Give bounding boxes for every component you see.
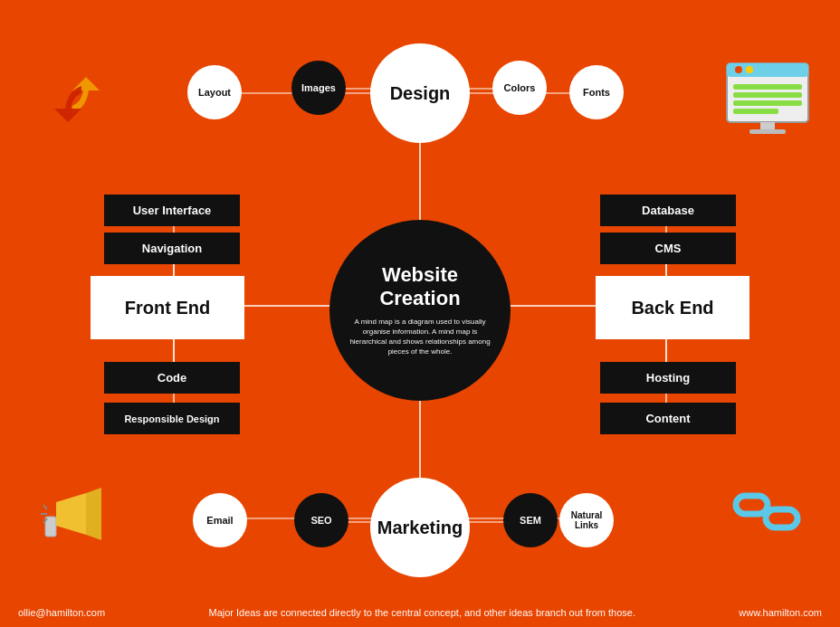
svg-line-34 <box>43 505 47 509</box>
svg-marker-32 <box>56 493 86 535</box>
central-node: Website Creation A mind map is a diagram… <box>329 220 511 401</box>
svg-rect-37 <box>736 496 768 514</box>
layout-node: Layout <box>187 65 242 119</box>
content-box: Content <box>600 403 736 434</box>
images-node: Images <box>291 61 346 115</box>
central-description: A mind map is a diagram used to visually… <box>348 317 492 357</box>
database-box: Database <box>600 195 736 226</box>
navigation-box: Navigation <box>104 233 240 264</box>
svg-rect-29 <box>760 122 775 129</box>
footer: ollie@hamilton.com Major Ideas are conne… <box>0 607 840 618</box>
user-interface-box: User Interface <box>104 195 240 226</box>
back-end-box: Back End <box>596 276 749 339</box>
code-box: Code <box>104 362 240 394</box>
svg-rect-26 <box>733 92 802 98</box>
responsible-design-box: Responsible Design <box>104 403 240 434</box>
design-node: Design <box>370 43 470 143</box>
chain-link-icon <box>731 482 804 546</box>
svg-point-23 <box>735 66 742 73</box>
svg-point-24 <box>746 66 753 73</box>
email-node: Email <box>193 493 247 547</box>
design-label: Design <box>390 83 451 104</box>
seo-node: SEO <box>294 493 348 547</box>
natural-links-node: Natural Links <box>559 493 614 547</box>
svg-marker-33 <box>86 488 101 540</box>
svg-point-20 <box>41 63 113 136</box>
footer-center: Major Ideas are connected directly to th… <box>209 607 635 618</box>
svg-rect-25 <box>733 84 802 90</box>
front-end-box: Front End <box>91 276 244 339</box>
megaphone-icon <box>36 482 109 546</box>
fonts-node: Fonts <box>569 65 624 119</box>
cms-box: CMS <box>600 233 736 264</box>
sem-node: SEM <box>503 493 558 547</box>
colors-node: Colors <box>492 61 547 115</box>
svg-rect-27 <box>733 100 802 106</box>
marketing-label: Marketing <box>377 518 463 538</box>
svg-rect-28 <box>733 109 778 114</box>
svg-rect-30 <box>749 129 786 134</box>
hosting-box: Hosting <box>600 362 736 394</box>
central-title: Website Creation <box>379 263 460 311</box>
svg-rect-38 <box>766 509 797 527</box>
marketing-node: Marketing <box>370 478 470 577</box>
computer-icon <box>722 59 813 140</box>
footer-left: ollie@hamilton.com <box>18 607 105 618</box>
footer-right: www.hamilton.com <box>739 607 822 618</box>
recycle-icon <box>36 59 118 140</box>
